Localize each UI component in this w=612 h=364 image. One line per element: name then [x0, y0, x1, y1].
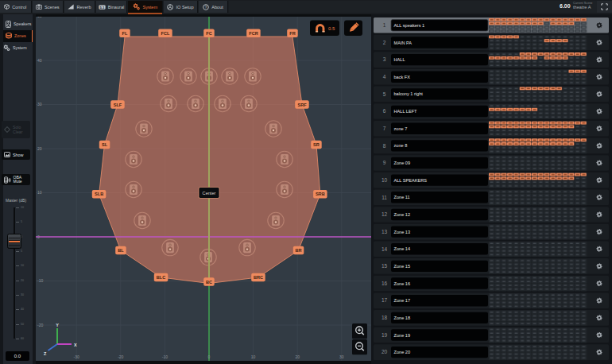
svg-text:1: 1 [383, 22, 386, 28]
svg-text:BRC: BRC [254, 275, 263, 280]
svg-text:18: 18 [382, 315, 388, 320]
svg-text:SRF: SRF [297, 103, 307, 107]
svg-text:SRB: SRB [316, 192, 325, 196]
svg-text:20: 20 [295, 354, 300, 359]
svg-text:-20: -20 [37, 323, 43, 327]
svg-text:BL: BL [118, 248, 124, 253]
svg-text:9: 9 [383, 160, 386, 165]
svg-text:BC: BC [206, 280, 212, 285]
svg-text:SR: SR [313, 142, 320, 147]
svg-text:Center: Center [203, 191, 216, 196]
svg-text:ALL SPEAKERS: ALL SPEAKERS [394, 178, 428, 183]
svg-text:HALL LEFT: HALL LEFT [394, 109, 418, 114]
svg-text:50: 50 [37, 17, 42, 18]
svg-text:BR: BR [295, 248, 301, 253]
svg-text:10: 10 [382, 177, 388, 183]
svg-text:4: 4 [383, 74, 386, 79]
svg-text:0.5: 0.5 [328, 26, 335, 31]
svg-text:5.1: 5.1 [99, 5, 105, 9]
svg-text:?: ? [205, 4, 207, 9]
svg-text:Zone 13: Zone 13 [394, 230, 411, 234]
svg-text:back FX: back FX [394, 75, 411, 79]
svg-text:Zone 18: Zone 18 [394, 316, 411, 320]
svg-text:ALL speakers 1: ALL speakers 1 [394, 23, 425, 28]
svg-text:-30: -30 [74, 354, 79, 359]
svg-text:17: 17 [382, 298, 388, 304]
svg-text:10: 10 [37, 190, 42, 195]
svg-text:6: 6 [383, 108, 386, 114]
svg-text:BLC: BLC [157, 275, 166, 280]
svg-text:-20: -20 [118, 354, 123, 359]
svg-text:Zone 09: Zone 09 [394, 161, 411, 165]
svg-text:40: 40 [37, 58, 42, 63]
svg-text:SLB: SLB [95, 192, 103, 196]
svg-text:Y: Y [56, 323, 59, 327]
svg-text:Zone 20: Zone 20 [394, 350, 411, 354]
svg-text:Zone 19: Zone 19 [394, 333, 411, 338]
svg-text:7: 7 [383, 126, 386, 131]
svg-text:20: 20 [382, 349, 388, 354]
svg-text:0: 0 [208, 354, 211, 359]
svg-text:Zone 14: Zone 14 [394, 246, 411, 251]
svg-text:FC: FC [206, 31, 211, 36]
svg-text:zone 8: zone 8 [394, 143, 408, 148]
svg-text:-10: -10 [162, 354, 168, 359]
svg-text:15: 15 [382, 263, 388, 269]
svg-text:balcony 1 right: balcony 1 right [394, 92, 424, 97]
svg-text:30: 30 [339, 354, 344, 359]
svg-text:SLF: SLF [114, 103, 122, 107]
svg-text:13: 13 [382, 229, 388, 234]
svg-text:14: 14 [382, 246, 388, 252]
svg-text:FCR: FCR [249, 31, 258, 36]
svg-text:20: 20 [37, 146, 42, 151]
svg-text:FR: FR [289, 31, 295, 36]
svg-text:Zone 11: Zone 11 [394, 195, 410, 199]
svg-text:10: 10 [251, 354, 256, 359]
svg-text:FCL: FCL [161, 31, 170, 36]
svg-text:16: 16 [382, 281, 388, 286]
svg-text:8: 8 [383, 143, 386, 149]
svg-text:Zone 17: Zone 17 [394, 298, 411, 303]
svg-text:2: 2 [383, 40, 386, 45]
svg-text:30: 30 [37, 102, 42, 106]
svg-text:11: 11 [382, 195, 387, 200]
svg-text:-10: -10 [37, 278, 43, 283]
svg-text:5: 5 [383, 91, 386, 97]
svg-text:X: X [74, 343, 77, 347]
svg-text:Zone 16: Zone 16 [394, 281, 411, 286]
svg-text:MAIN PA: MAIN PA [394, 41, 413, 45]
svg-text:zone 7: zone 7 [394, 126, 408, 131]
svg-text:Zone 12: Zone 12 [394, 212, 411, 217]
svg-text:0: 0 [37, 234, 40, 239]
svg-text:12: 12 [382, 211, 388, 217]
svg-text:19: 19 [382, 332, 388, 338]
svg-text:HALL: HALL [394, 57, 405, 62]
svg-text:Zone 15: Zone 15 [394, 264, 411, 269]
svg-text:FL: FL [122, 31, 128, 36]
svg-text:3: 3 [383, 56, 386, 62]
svg-text:SL: SL [102, 142, 108, 147]
